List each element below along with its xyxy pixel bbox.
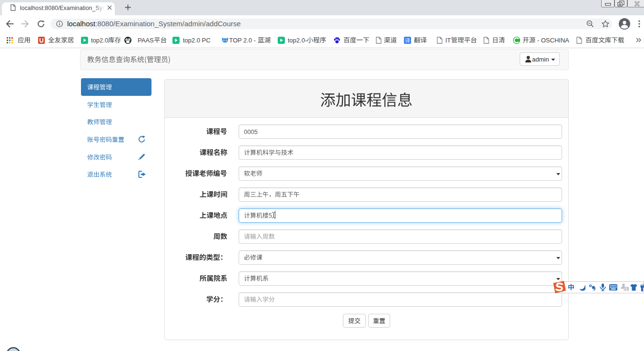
svg-text:15: 15: [624, 287, 628, 290]
